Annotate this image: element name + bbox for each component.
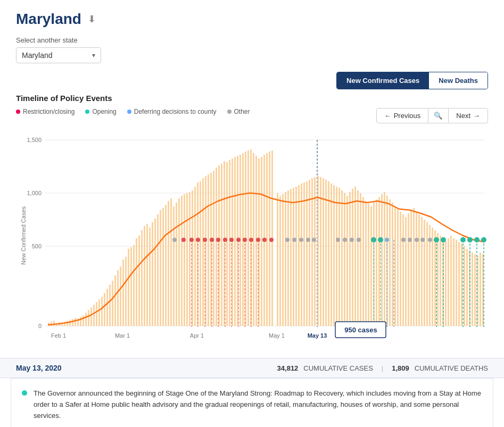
- svg-rect-86: [234, 157, 236, 326]
- svg-rect-23: [67, 321, 68, 326]
- svg-rect-112: [306, 181, 308, 326]
- section-title: Timeline of Policy Events: [16, 94, 488, 103]
- svg-rect-175: [474, 254, 476, 326]
- svg-rect-133: [362, 197, 364, 326]
- toggle-new-deaths-button[interactable]: New Deaths: [429, 72, 488, 89]
- svg-rect-64: [176, 203, 177, 326]
- previous-button[interactable]: ← Previous: [376, 108, 429, 123]
- svg-rect-124: [338, 188, 340, 326]
- svg-text:New Confirmed Cases: New Confirmed Cases: [20, 206, 27, 265]
- svg-rect-127: [346, 196, 348, 326]
- svg-rect-139: [378, 197, 380, 326]
- svg-rect-38: [106, 289, 108, 326]
- svg-rect-37: [104, 293, 105, 326]
- svg-rect-43: [120, 266, 121, 326]
- svg-rect-155: [421, 217, 423, 326]
- svg-rect-130: [354, 187, 356, 326]
- svg-point-196: [299, 238, 303, 242]
- selected-date: May 13, 2020: [16, 364, 62, 372]
- svg-rect-143: [389, 199, 391, 326]
- svg-rect-29: [82, 315, 84, 326]
- svg-rect-153: [416, 212, 417, 326]
- svg-rect-79: [216, 168, 217, 326]
- svg-rect-169: [458, 242, 460, 326]
- svg-rect-135: [368, 204, 369, 326]
- svg-rect-151: [410, 210, 412, 326]
- svg-rect-115: [314, 177, 316, 326]
- nav-controls: ← Previous 🔍 Next →: [376, 108, 488, 123]
- svg-rect-103: [282, 194, 284, 326]
- svg-rect-140: [381, 194, 383, 326]
- svg-rect-59: [162, 208, 164, 326]
- svg-point-195: [292, 238, 296, 242]
- date-stats-bar: May 13, 2020 34,812 CUMULATIVE CASES | 1…: [0, 358, 504, 378]
- svg-rect-66: [181, 196, 183, 326]
- svg-rect-40: [112, 281, 113, 326]
- svg-rect-145: [394, 206, 396, 326]
- svg-rect-136: [370, 206, 372, 326]
- stats-row: 34,812 CUMULATIVE CASES | 1,809 CUMULATI…: [277, 364, 488, 372]
- svg-rect-132: [360, 193, 361, 326]
- right-arrow-icon: →: [473, 112, 480, 120]
- svg-point-193: [172, 238, 177, 242]
- metric-toggle: New Confirmed Cases New Deaths: [336, 72, 488, 89]
- stat-divider: |: [382, 364, 383, 372]
- legend-item-opening: Opening: [85, 108, 116, 115]
- svg-rect-36: [101, 297, 103, 326]
- svg-rect-118: [323, 178, 324, 326]
- svg-point-202: [357, 238, 361, 242]
- event-description: The Governor announced the beginning of …: [34, 388, 482, 421]
- svg-text:1,500: 1,500: [27, 137, 42, 143]
- svg-rect-31: [88, 310, 89, 326]
- svg-rect-54: [149, 228, 151, 326]
- svg-rect-71: [194, 187, 196, 326]
- svg-rect-141: [384, 192, 385, 326]
- svg-point-192: [269, 238, 274, 242]
- svg-rect-49: [136, 238, 137, 326]
- search-button[interactable]: 🔍: [428, 108, 448, 123]
- svg-rect-170: [461, 244, 462, 326]
- svg-rect-60: [165, 205, 167, 326]
- svg-rect-150: [408, 213, 409, 326]
- svg-rect-126: [344, 193, 345, 326]
- state-value: Maryland: [22, 51, 53, 60]
- svg-rect-154: [418, 214, 420, 326]
- cumulative-deaths-label: CUMULATIVE DEATHS: [415, 364, 488, 372]
- legend-label-deferring: Deferring decisions to county: [134, 108, 217, 115]
- svg-rect-101: [277, 193, 278, 326]
- toggle-new-cases-button[interactable]: New Confirmed Cases: [337, 72, 429, 89]
- svg-rect-83: [226, 162, 228, 326]
- svg-rect-121: [331, 183, 332, 326]
- event-box: The Governor announced the beginning of …: [11, 378, 493, 427]
- next-button[interactable]: Next →: [448, 108, 488, 123]
- svg-point-197: [306, 238, 310, 242]
- svg-point-207: [428, 238, 432, 242]
- svg-rect-56: [154, 219, 156, 326]
- svg-text:1,000: 1,000: [27, 190, 42, 196]
- cumulative-cases-value: 34,812: [277, 364, 299, 372]
- svg-rect-123: [336, 187, 337, 326]
- svg-text:0: 0: [38, 323, 42, 329]
- svg-rect-108: [295, 187, 297, 326]
- svg-point-201: [350, 238, 354, 242]
- legend-item-deferring: Deferring decisions to county: [127, 108, 217, 115]
- state-dropdown[interactable]: Maryland ▾: [16, 47, 101, 63]
- svg-rect-61: [168, 201, 169, 326]
- svg-rect-42: [117, 270, 119, 326]
- download-icon[interactable]: ⬇: [88, 13, 96, 25]
- svg-rect-41: [114, 275, 116, 326]
- svg-rect-51: [141, 230, 143, 326]
- svg-text:950 cases: 950 cases: [344, 326, 377, 334]
- svg-rect-26: [75, 318, 76, 326]
- svg-rect-46: [128, 249, 129, 326]
- cumulative-deaths-value: 1,809: [392, 364, 409, 372]
- svg-rect-28: [80, 317, 81, 326]
- svg-rect-48: [133, 245, 135, 326]
- svg-rect-104: [285, 192, 286, 326]
- svg-rect-58: [160, 210, 161, 326]
- svg-rect-33: [93, 305, 95, 326]
- svg-rect-55: [152, 222, 153, 326]
- cumulative-cases-label: CUMULATIVE CASES: [303, 364, 373, 372]
- svg-rect-50: [138, 236, 140, 326]
- svg-text:Apr 1: Apr 1: [190, 332, 204, 339]
